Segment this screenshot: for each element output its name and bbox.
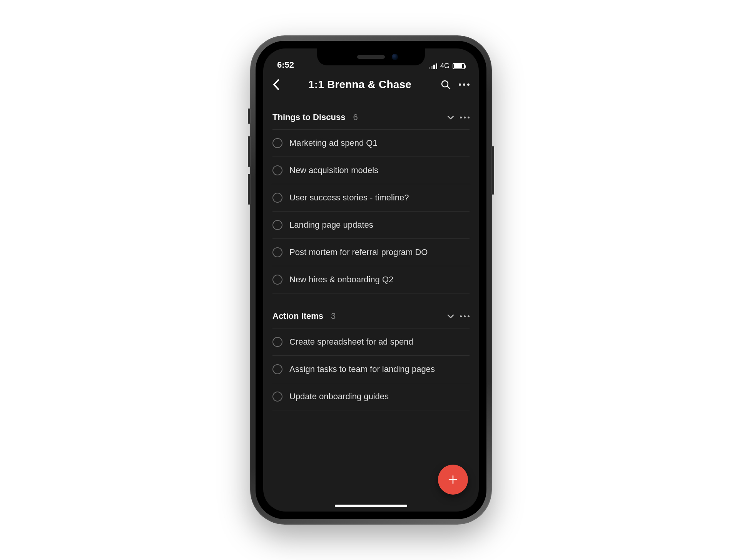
task-row[interactable]: New acquisition models — [272, 157, 470, 184]
content-area[interactable]: Things to Discuss 6 — [263, 98, 479, 512]
checkbox-icon[interactable] — [272, 275, 282, 285]
screen: 6:52 4G — [263, 48, 479, 512]
notch — [317, 48, 425, 65]
checkbox-icon[interactable] — [272, 337, 282, 347]
battery-icon — [453, 63, 465, 69]
checkbox-icon[interactable] — [272, 392, 282, 402]
nav-header: 1:1 Brenna & Chase — [263, 72, 479, 98]
checkbox-icon[interactable] — [272, 165, 282, 175]
section-action-items: Action Items 3 — [263, 309, 479, 410]
task-row[interactable]: Landing page updates — [272, 211, 470, 238]
chevron-down-icon[interactable] — [447, 115, 455, 120]
network-label: 4G — [440, 62, 450, 70]
task-label: New acquisition models — [289, 165, 378, 175]
task-label: Assign tasks to team for landing pages — [289, 364, 435, 374]
svg-line-1 — [448, 87, 450, 89]
section-header[interactable]: Action Items 3 — [272, 309, 470, 328]
checkbox-icon[interactable] — [272, 247, 282, 257]
task-list: Marketing ad spend Q1 New acquisition mo… — [272, 129, 470, 293]
front-camera — [392, 54, 398, 60]
task-label: Create spreadsheet for ad spend — [289, 337, 413, 347]
checkbox-icon[interactable] — [272, 138, 282, 148]
checkbox-icon[interactable] — [272, 364, 282, 374]
phone-frame: 6:52 4G — [250, 35, 492, 525]
page-title: 1:1 Brenna & Chase — [287, 78, 433, 91]
mute-switch[interactable] — [248, 108, 250, 124]
speaker-grill — [357, 55, 385, 59]
power-button[interactable] — [492, 146, 494, 195]
task-label: User success stories - timeline? — [289, 193, 409, 203]
task-row[interactable]: User success stories - timeline? — [272, 184, 470, 211]
section-header[interactable]: Things to Discuss 6 — [272, 110, 470, 129]
svg-point-0 — [442, 81, 448, 87]
chevron-down-icon[interactable] — [447, 313, 455, 319]
section-count: 6 — [353, 112, 358, 122]
task-row[interactable]: Post mortem for referral program DO — [272, 238, 470, 266]
task-list: Create spreadsheet for ad spend Assign t… — [272, 328, 470, 410]
search-button[interactable] — [440, 79, 451, 90]
task-row[interactable]: Update onboarding guides — [272, 383, 470, 410]
section-count: 3 — [331, 311, 336, 321]
task-label: Update onboarding guides — [289, 392, 389, 402]
back-button[interactable] — [272, 79, 279, 90]
section-things-to-discuss: Things to Discuss 6 — [263, 110, 479, 293]
volume-down[interactable] — [248, 174, 250, 205]
task-label: Marketing ad spend Q1 — [289, 138, 378, 148]
signal-icon — [429, 63, 437, 69]
task-label: New hires & onboarding Q2 — [289, 275, 393, 285]
task-row[interactable]: Create spreadsheet for ad spend — [272, 328, 470, 355]
status-time: 6:52 — [277, 60, 294, 70]
task-row[interactable]: Marketing ad spend Q1 — [272, 129, 470, 157]
task-row[interactable]: New hires & onboarding Q2 — [272, 266, 470, 293]
section-more-button[interactable] — [460, 315, 470, 317]
checkbox-icon[interactable] — [272, 193, 282, 203]
more-options-button[interactable] — [459, 83, 470, 86]
add-task-button[interactable] — [438, 465, 468, 495]
volume-up[interactable] — [248, 136, 250, 167]
home-indicator[interactable] — [335, 505, 407, 507]
task-label: Landing page updates — [289, 220, 373, 230]
task-label: Post mortem for referral program DO — [289, 247, 428, 257]
section-more-button[interactable] — [460, 117, 470, 118]
checkbox-icon[interactable] — [272, 220, 282, 230]
section-title: Things to Discuss — [272, 112, 345, 122]
section-title: Action Items — [272, 311, 323, 321]
task-row[interactable]: Assign tasks to team for landing pages — [272, 355, 470, 383]
